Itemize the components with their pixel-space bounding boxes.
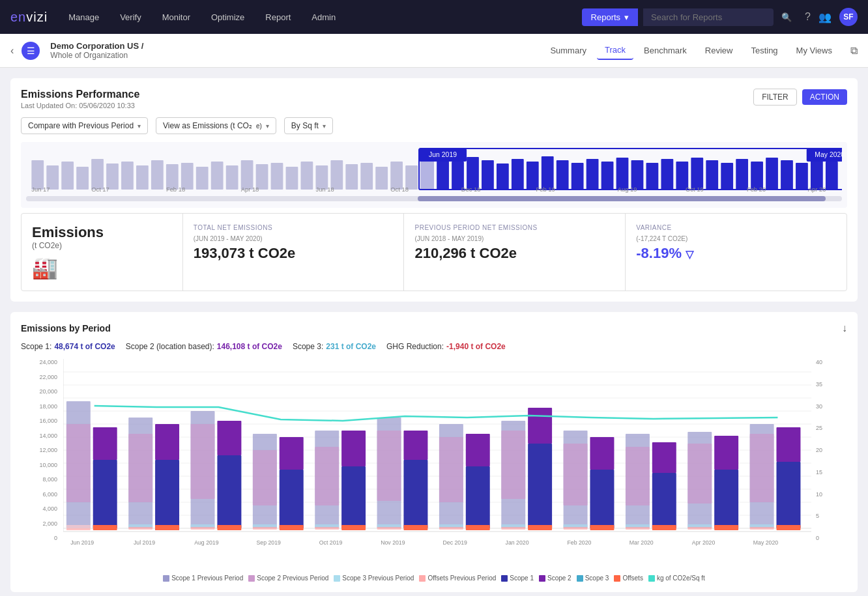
legend-scope2-prev-dot (248, 575, 255, 582)
svg-rect-16 (271, 163, 283, 190)
svg-rect-10 (181, 163, 194, 190)
svg-rect-38 (601, 162, 614, 190)
search-input[interactable] (643, 8, 774, 26)
svg-rect-12 (211, 162, 224, 190)
legend-scope2-prev: Scope 2 Previous Period (248, 575, 328, 582)
app-logo[interactable]: envizi (10, 10, 48, 25)
chart-wrapper: 24,000 22,000 20,000 18,000 16,000 14,00… (21, 359, 847, 569)
svg-rect-148 (590, 525, 614, 530)
filter-button[interactable]: FILTER (753, 89, 796, 106)
svg-text:Nov 2019: Nov 2019 (381, 539, 405, 546)
svg-rect-140 (528, 408, 552, 444)
compare-dropdown[interactable]: Compare with Previous Period ▾ (21, 117, 148, 134)
emissions-performance-card: Emissions Performance Last Updated On: 0… (10, 78, 858, 302)
svg-rect-155 (652, 525, 676, 530)
svg-rect-98 (155, 424, 179, 460)
svg-rect-7 (136, 165, 149, 190)
timeline-container[interactable]: Jun 2019 May 2020 Jun 17 Oct 17 Feb 18 A… (21, 142, 847, 208)
legend-scope3-prev-dot (334, 575, 340, 582)
nav-optimize[interactable]: Optimize (203, 8, 252, 26)
user-avatar[interactable]: SF (839, 8, 858, 26)
svg-rect-37 (586, 159, 599, 190)
nav-admin[interactable]: Admin (304, 8, 343, 26)
timeline-scrollbar[interactable] (418, 196, 826, 201)
search-icon[interactable]: 🔍 (781, 12, 792, 22)
svg-rect-42 (661, 159, 673, 190)
svg-rect-32 (512, 159, 524, 190)
reports-chevron-icon: ▾ (624, 12, 629, 22)
nav-manage[interactable]: Manage (61, 8, 107, 26)
nav-verify[interactable]: Verify (112, 8, 149, 26)
legend-offsets-prev-dot (419, 575, 426, 582)
svg-rect-103 (191, 527, 215, 530)
total-period: (JUN 2019 - MAY 2020) (194, 235, 394, 242)
svg-rect-90 (93, 460, 117, 528)
by-chevron-icon: ▾ (323, 122, 326, 130)
tab-review[interactable]: Review (697, 42, 741, 59)
tab-summary[interactable]: Summary (542, 42, 594, 59)
svg-rect-33 (527, 162, 539, 190)
tab-myviews[interactable]: My Views (788, 42, 840, 59)
svg-rect-166 (750, 527, 774, 530)
svg-rect-96 (128, 527, 152, 530)
tab-track[interactable]: Track (597, 41, 633, 60)
svg-rect-117 (315, 527, 339, 530)
svg-text:Jun 2019: Jun 2019 (429, 151, 457, 158)
by-dropdown[interactable]: By Sq ft ▾ (284, 117, 333, 134)
view-dropdown[interactable]: View as Emissions (t CO₂ e) ▾ (156, 117, 276, 134)
window-icon[interactable]: ⧉ (850, 45, 858, 57)
reports-button[interactable]: Reports ▾ (582, 8, 639, 26)
svg-rect-164 (750, 434, 774, 502)
legend-kg-co2-dot (648, 575, 655, 582)
svg-rect-17 (286, 167, 298, 190)
svg-text:Aug 2019: Aug 2019 (194, 539, 218, 546)
svg-rect-29 (467, 157, 479, 190)
svg-rect-168 (776, 427, 800, 462)
prev-period: (JUN 2018 - MAY 2019) (414, 235, 615, 242)
svg-rect-162 (714, 525, 738, 530)
svg-rect-143 (564, 444, 588, 505)
svg-rect-105 (217, 421, 241, 455)
svg-rect-167 (776, 462, 800, 528)
svg-rect-18 (301, 162, 313, 190)
legend-kg-co2: kg of CO2e/Sq ft (648, 575, 705, 582)
legend-offsets-prev: Offsets Previous Period (419, 575, 496, 582)
svg-rect-9 (166, 164, 179, 190)
users-icon[interactable]: 👥 (818, 11, 832, 23)
prev-emissions-cell: PREVIOUS PERIOD NET EMISSIONS (JUN 2018 … (404, 214, 626, 291)
logo-accent: en (10, 10, 26, 24)
svg-text:Jul 2019: Jul 2019 (134, 539, 155, 546)
svg-rect-41 (646, 163, 659, 190)
back-button[interactable]: ‹ (10, 45, 14, 57)
help-icon[interactable]: ? (805, 11, 811, 23)
svg-rect-8 (151, 160, 164, 190)
svg-text:Feb 2020: Feb 2020 (567, 539, 591, 546)
perf-subtitle: Last Updated On: 05/06/2020 10:33 (21, 102, 139, 109)
svg-rect-133 (466, 434, 490, 466)
prev-value: 210,296 t CO2e (414, 245, 615, 262)
svg-rect-120 (341, 525, 366, 530)
svg-rect-136 (501, 431, 525, 499)
action-button[interactable]: ACTION (802, 89, 847, 105)
nav-report[interactable]: Report (257, 8, 298, 26)
nav-monitor[interactable]: Monitor (154, 8, 198, 26)
download-button[interactable]: ↓ (842, 322, 847, 334)
svg-text:Jun 17: Jun 17 (31, 186, 50, 193)
svg-rect-0 (31, 160, 44, 190)
svg-text:Apr 2020: Apr 2020 (692, 539, 716, 546)
svg-rect-127 (403, 525, 427, 530)
period-title: Emissions by Period (21, 323, 111, 333)
svg-rect-122 (377, 431, 401, 501)
svg-rect-52 (811, 159, 823, 190)
menu-icon[interactable]: ☰ (22, 42, 40, 60)
svg-rect-6 (121, 162, 134, 190)
svg-rect-39 (616, 158, 629, 190)
emissions-period-card: Emissions by Period ↓ Scope 1: 48,674 t … (10, 312, 858, 592)
svg-rect-157 (687, 444, 712, 504)
svg-rect-91 (93, 427, 117, 460)
tab-testing[interactable]: Testing (743, 42, 785, 59)
tab-benchmark[interactable]: Benchmark (636, 42, 695, 59)
svg-rect-112 (280, 437, 304, 470)
svg-text:Oct 19: Oct 19 (686, 186, 704, 193)
svg-rect-23 (375, 167, 388, 190)
